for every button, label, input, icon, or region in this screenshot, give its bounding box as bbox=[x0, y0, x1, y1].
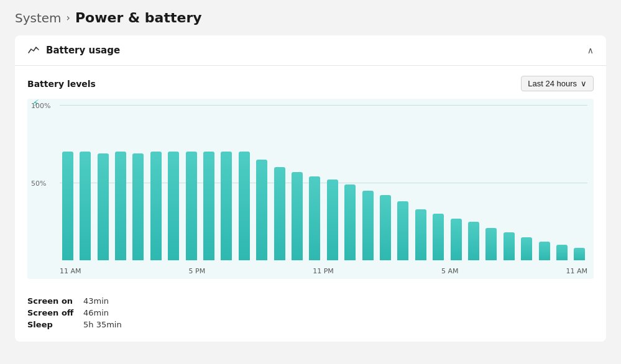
bar-wrapper bbox=[572, 105, 587, 260]
battery-bar bbox=[451, 219, 462, 261]
bar-wrapper bbox=[165, 105, 181, 260]
battery-bar bbox=[574, 248, 585, 260]
battery-bar bbox=[504, 232, 515, 260]
bar-wrapper bbox=[343, 105, 358, 260]
breadcrumb-system[interactable]: System bbox=[15, 11, 62, 25]
bar-wrapper bbox=[307, 105, 323, 260]
page-title: Power & battery bbox=[75, 10, 202, 25]
x-label-3: 5 AM bbox=[441, 267, 459, 275]
breadcrumb-arrow: › bbox=[67, 12, 70, 24]
stat-label: Sleep bbox=[27, 320, 83, 329]
stats-section: Screen on43minScreen off46minSleep5h 35m… bbox=[27, 296, 594, 329]
battery-bar bbox=[62, 152, 73, 260]
battery-bar bbox=[521, 237, 532, 261]
bar-wrapper bbox=[377, 105, 393, 260]
battery-levels-header: Battery levels Last 24 hours ∨ bbox=[27, 76, 594, 91]
battery-bar bbox=[203, 152, 214, 260]
grid-label-50: 50% bbox=[31, 180, 46, 188]
stat-row: Screen on43min bbox=[27, 296, 594, 306]
battery-bar bbox=[380, 195, 391, 260]
battery-bar bbox=[309, 176, 320, 260]
bar-wrapper bbox=[466, 105, 481, 260]
battery-bar bbox=[362, 191, 374, 261]
bar-wrapper bbox=[431, 105, 446, 260]
page-container: System › Power & battery Battery usage ∧… bbox=[0, 0, 621, 364]
battery-chart: ⚡ 100% 50% 11 AM 5 PM bbox=[27, 99, 594, 279]
grid-label-100: 100% bbox=[31, 102, 50, 110]
battery-bar bbox=[186, 152, 197, 260]
battery-bar bbox=[150, 152, 162, 260]
battery-bar bbox=[132, 153, 144, 261]
bar-wrapper bbox=[131, 105, 146, 260]
battery-bar bbox=[168, 152, 179, 260]
bar-wrapper bbox=[201, 105, 216, 260]
bar-wrapper bbox=[183, 105, 199, 260]
battery-bar bbox=[327, 180, 338, 260]
stat-value: 46min bbox=[83, 308, 109, 317]
bar-wrapper bbox=[536, 105, 552, 260]
chart-inner: 100% 50% 11 AM 5 PM 11 PM 5 AM 11 AM bbox=[60, 105, 587, 260]
section-label: Battery usage bbox=[46, 45, 120, 56]
bar-wrapper bbox=[113, 105, 128, 260]
battery-bar bbox=[344, 184, 356, 261]
battery-bar bbox=[556, 245, 568, 260]
battery-bar bbox=[98, 153, 109, 261]
dropdown-chevron-icon: ∨ bbox=[581, 79, 587, 88]
bar-wrapper bbox=[60, 105, 75, 260]
battery-bar bbox=[485, 228, 497, 261]
stat-value: 43min bbox=[83, 296, 109, 306]
bar-wrapper bbox=[501, 105, 517, 260]
battery-usage-icon bbox=[27, 44, 40, 57]
x-axis: 11 AM 5 PM 11 PM 5 AM 11 AM bbox=[60, 267, 587, 275]
battery-bar bbox=[256, 160, 267, 261]
bar-wrapper bbox=[289, 105, 305, 260]
bar-wrapper bbox=[519, 105, 535, 260]
section-header-left: Battery usage bbox=[27, 44, 120, 57]
bar-wrapper bbox=[254, 105, 269, 260]
battery-bar bbox=[397, 201, 408, 260]
bar-wrapper bbox=[77, 105, 93, 260]
stat-row: Sleep5h 35min bbox=[27, 320, 594, 329]
timerange-dropdown[interactable]: Last 24 hours ∨ bbox=[521, 76, 594, 91]
bar-wrapper bbox=[236, 105, 252, 260]
battery-usage-header[interactable]: Battery usage ∧ bbox=[15, 35, 606, 66]
battery-bar bbox=[221, 152, 232, 260]
battery-bar bbox=[468, 222, 479, 261]
section-content: Battery levels Last 24 hours ∨ ⚡ 100% 50… bbox=[15, 66, 606, 342]
stat-label: Screen on bbox=[27, 296, 83, 306]
bar-wrapper bbox=[448, 105, 464, 260]
chevron-up-icon: ∧ bbox=[587, 45, 594, 55]
bar-wrapper bbox=[148, 105, 163, 260]
battery-bar bbox=[80, 152, 91, 260]
breadcrumb: System › Power & battery bbox=[15, 10, 606, 25]
battery-bar bbox=[292, 172, 303, 261]
x-label-0: 11 AM bbox=[60, 267, 81, 275]
bar-wrapper bbox=[484, 105, 499, 260]
battery-bar bbox=[239, 152, 250, 260]
bar-wrapper bbox=[413, 105, 428, 260]
bar-wrapper bbox=[219, 105, 234, 260]
stat-value: 5h 35min bbox=[83, 320, 122, 329]
battery-levels-label: Battery levels bbox=[27, 79, 96, 89]
bar-wrapper bbox=[324, 105, 340, 260]
dropdown-label: Last 24 hours bbox=[528, 79, 577, 88]
battery-bar bbox=[433, 214, 444, 260]
bar-wrapper bbox=[395, 105, 411, 260]
stat-row: Screen off46min bbox=[27, 308, 594, 317]
battery-bar bbox=[415, 209, 426, 261]
bar-wrapper bbox=[554, 105, 569, 260]
battery-bar bbox=[115, 152, 126, 260]
battery-bar bbox=[539, 242, 550, 260]
stat-label: Screen off bbox=[27, 308, 83, 317]
battery-bar bbox=[274, 167, 285, 260]
x-label-2: 11 PM bbox=[313, 267, 334, 275]
battery-usage-card: Battery usage ∧ Battery levels Last 24 h… bbox=[15, 35, 606, 342]
bar-wrapper bbox=[95, 105, 111, 260]
x-label-4: 11 AM bbox=[566, 267, 587, 275]
x-label-1: 5 PM bbox=[189, 267, 206, 275]
bars-container bbox=[60, 105, 587, 260]
bar-wrapper bbox=[360, 105, 375, 260]
bar-wrapper bbox=[272, 105, 287, 260]
